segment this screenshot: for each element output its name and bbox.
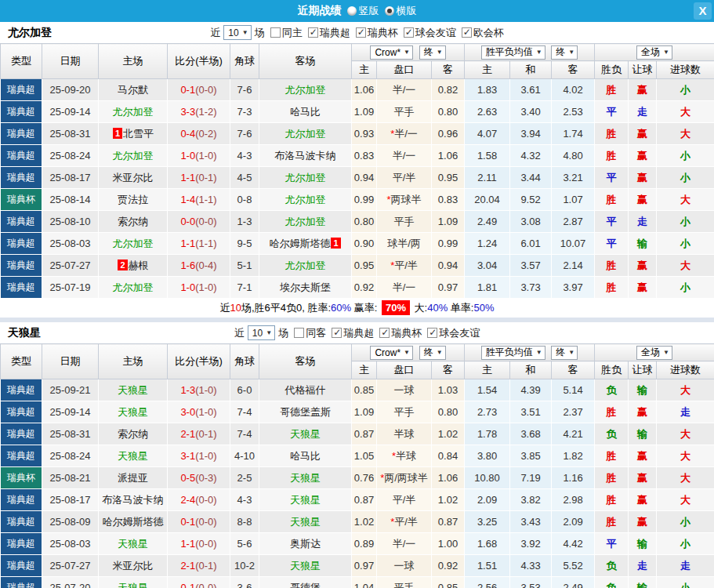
competition-badge: 瑞典超 — [1, 79, 42, 101]
avg-draw-cell: 3.82 — [510, 489, 552, 511]
subcol-cover: 让球 — [629, 61, 657, 79]
away-odds-cell: 0.84 — [432, 445, 465, 467]
competition-badge: 瑞典超 — [1, 401, 42, 423]
avg-draw-cell: 3.73 — [510, 277, 552, 299]
halftime-score: (0-0) — [195, 84, 216, 96]
competition-checkbox[interactable] — [379, 328, 390, 338]
match-row: 瑞典超25-08-311北雪平0-4(0-2)7-6尤尔加登0.93*半/一0.… — [1, 123, 714, 145]
company-dropdown[interactable]: Crow*▼ — [370, 346, 413, 360]
recent-count-select[interactable]: 10 ▼ — [248, 325, 275, 340]
competition-label: 瑞典杯 — [368, 26, 398, 40]
final-dropdown-2[interactable]: 终▼ — [551, 346, 578, 360]
competition-checkbox[interactable] — [427, 328, 437, 338]
avg-draw-cell: 3.53 — [510, 577, 552, 588]
home-odds-cell: 0.76 — [352, 467, 377, 489]
handicap-label: 平/半 — [393, 494, 416, 506]
halftime-score: (0-0) — [195, 494, 216, 506]
result-cell: 胜 — [595, 277, 629, 299]
team-label: 埃尔夫斯堡 — [280, 281, 331, 293]
team-label: 尤尔加登 — [285, 260, 326, 271]
competition-checkbox[interactable] — [356, 27, 366, 38]
avg-dropdown[interactable]: 胜平负均值▼ — [481, 45, 545, 60]
avg-home-cell: 2.73 — [465, 401, 510, 423]
games-label: 场 — [278, 326, 288, 340]
games-label: 场 — [255, 26, 265, 40]
competition-badge: 瑞典杯 — [1, 189, 42, 211]
fulltime-score: 1-1 — [180, 172, 195, 183]
away-odds-cell: 0.80 — [432, 401, 465, 423]
subcol-odds-away: 客 — [432, 61, 465, 79]
final-dropdown[interactable]: 终▼ — [419, 346, 446, 360]
scope-dropdown[interactable]: 全场▼ — [636, 45, 672, 60]
team-label: 索尔纳 — [118, 428, 148, 440]
fulltime-score: 2-4 — [180, 494, 195, 506]
avg-dropdown[interactable]: 胜平负均值▼ — [481, 346, 545, 360]
score-cell: 2-4(0-0) — [168, 489, 230, 511]
competition-checkbox[interactable] — [462, 27, 472, 38]
avg-draw-cell: 3.08 — [510, 211, 552, 233]
same-venue-checkbox[interactable] — [270, 27, 281, 38]
match-row: 瑞典杯25-08-14贾法拉1-4(1-1)0-8尤尔加登0.99*两球半0.8… — [1, 189, 714, 211]
handicap-label: 平手 — [394, 216, 415, 227]
chevron-down-icon: ▼ — [663, 349, 669, 356]
avg-away-cell: 3.21 — [552, 167, 595, 189]
goals-cell: 大 — [657, 123, 714, 145]
fulltime-score: 0-5 — [180, 472, 195, 484]
avg-away-cell: 2.14 — [552, 255, 595, 277]
summary-segment: 近 — [219, 302, 230, 314]
subcol-avg-draw: 和 — [510, 61, 552, 79]
halftime-score: (1-0) — [195, 450, 216, 462]
summary-segment: 大: — [411, 302, 427, 314]
fulltime-score: 1-1 — [180, 538, 195, 550]
final-dropdown-2[interactable]: 终▼ — [551, 45, 578, 60]
summary-segment: 40% — [427, 302, 448, 314]
scope-dropdown[interactable]: 全场▼ — [636, 346, 672, 360]
corner-cell: 2-5 — [230, 467, 259, 489]
away-team-cell: 尤尔加登 — [259, 123, 352, 145]
result-cell: 负 — [595, 555, 629, 577]
layout-option-vertical[interactable]: 竖版 — [347, 4, 379, 18]
radio-vertical-icon[interactable] — [347, 6, 357, 16]
home-odds-cell: 0.95 — [352, 255, 377, 277]
handicap-cell: 平手 — [377, 211, 432, 233]
competition-badge: 瑞典超 — [1, 101, 42, 123]
handicap-label: 半/一 — [393, 281, 416, 293]
competition-label: 瑞典杯 — [391, 326, 422, 340]
chevron-down-icon: ▼ — [568, 349, 574, 356]
close-icon[interactable]: X — [694, 2, 712, 20]
rank-badge: 2 — [118, 260, 127, 270]
match-date: 25-07-27 — [42, 255, 99, 277]
team-label: 哈尔姆斯塔德 — [103, 516, 164, 528]
corner-cell: 7-4 — [230, 423, 259, 445]
same-venue-checkbox[interactable] — [294, 328, 304, 338]
subcol-handicap: 盘口 — [377, 361, 432, 379]
competition-checkbox[interactable] — [404, 27, 414, 38]
handicap-cell: *两/两球半 — [377, 467, 432, 489]
company-dropdown[interactable]: Crow*▼ — [370, 45, 413, 60]
company-dropdown-value: Crow* — [375, 347, 400, 358]
competition-checkbox[interactable] — [332, 328, 342, 338]
handicap-label: 平/半 — [394, 260, 418, 271]
competition-checkbox[interactable] — [308, 27, 318, 38]
final-dropdown[interactable]: 终▼ — [419, 45, 446, 60]
team-label: 尤尔加登 — [285, 84, 326, 96]
radio-horizontal-icon[interactable] — [385, 6, 394, 16]
corner-cell: 7-3 — [230, 101, 259, 123]
away-team-cell: 尤尔加登 — [259, 255, 352, 277]
avg-away-cell: 4.80 — [552, 145, 595, 167]
avg-home-cell: 2.49 — [465, 211, 510, 233]
home-team-cell: 尤尔加登 — [99, 233, 168, 255]
competition-badge: 瑞典超 — [1, 233, 42, 255]
avg-draw-cell: 7.19 — [510, 467, 552, 489]
layout-option-horizontal[interactable]: 横版 — [385, 4, 417, 18]
match-row: 瑞典超25-08-09哈尔姆斯塔德0-1(0-0)8-8天狼星1.02*平/半0… — [1, 511, 714, 533]
avg-away-cell: 2.87 — [552, 211, 595, 233]
result-cell: 平 — [595, 211, 629, 233]
away-odds-cell: 1.06 — [432, 467, 465, 489]
away-team-cell: 天狼星 — [259, 555, 352, 577]
avg-away-cell: 1.16 — [552, 467, 595, 489]
recent-count-select[interactable]: 10 ▼ — [223, 25, 251, 40]
score-cell: 1-1(0-0) — [168, 533, 230, 555]
cover-cell: 走 — [629, 211, 657, 233]
score-cell: 1-1(0-1) — [168, 167, 230, 189]
